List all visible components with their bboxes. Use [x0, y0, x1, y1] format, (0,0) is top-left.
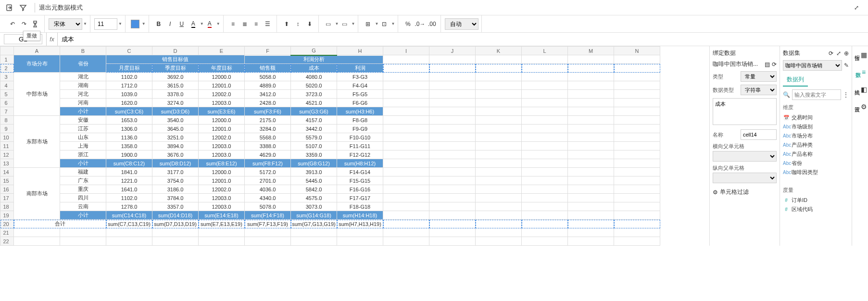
- data-cell[interactable]: 4080.0: [291, 73, 337, 81]
- hparent-select[interactable]: [713, 151, 777, 162]
- data-cell[interactable]: 3251.0: [152, 133, 199, 142]
- col-header[interactable]: C: [106, 47, 152, 55]
- dimension-field[interactable]: Abc产品种类: [783, 140, 849, 150]
- data-cell[interactable]: 3274.0: [152, 99, 199, 107]
- name-input[interactable]: [741, 129, 777, 140]
- side-tab-settings[interactable]: ⚙设置: [853, 101, 868, 113]
- undo-button[interactable]: ↶: [7, 18, 18, 30]
- dimension-field[interactable]: Abc省份: [783, 159, 849, 168]
- row-header[interactable]: 15: [0, 176, 14, 185]
- formula-input[interactable]: [58, 33, 868, 46]
- auto-select[interactable]: 自动: [445, 18, 478, 30]
- data-cell[interactable]: 5568.0: [245, 133, 291, 142]
- data-cell[interactable]: F17-G17: [337, 194, 383, 202]
- data-cell[interactable]: sum(G3:G6): [291, 107, 337, 116]
- data-cell[interactable]: sum(D7,D13,D19): [152, 220, 199, 228]
- data-cell[interactable]: sum(C7,C13,C19): [106, 220, 152, 228]
- data-cell[interactable]: 3645.0: [152, 125, 199, 133]
- underline-button[interactable]: U: [176, 18, 188, 30]
- data-cell[interactable]: 4157.0: [291, 116, 337, 125]
- align-justify-icon[interactable]: ☰: [262, 18, 274, 30]
- data-cell[interactable]: 4036.0: [245, 185, 291, 194]
- measure-field[interactable]: #区域代码: [783, 205, 849, 214]
- side-tab-data[interactable]: ≡数据: [854, 66, 867, 79]
- row-header[interactable]: 4: [0, 81, 14, 90]
- collapse-icon[interactable]: ⤢: [851, 2, 862, 13]
- province-cell[interactable]: 广东: [60, 176, 106, 185]
- data-cell[interactable]: sum(G8:G12): [291, 159, 337, 168]
- datatype-select[interactable]: 字符串: [741, 85, 777, 95]
- province-cell[interactable]: 湖北: [60, 73, 106, 81]
- percent-icon[interactable]: %: [402, 18, 414, 30]
- bold-button[interactable]: B: [153, 18, 164, 30]
- constant-value-textarea[interactable]: 成本: [713, 98, 777, 125]
- data-cell[interactable]: F4-G4: [337, 81, 383, 90]
- data-cell[interactable]: F12-G12: [337, 150, 383, 159]
- data-cell[interactable]: 1620.0: [106, 99, 152, 107]
- row-header[interactable]: 13: [0, 159, 14, 168]
- data-cell[interactable]: sum(F14:F18): [245, 211, 291, 220]
- cell-filter-label[interactable]: 单元格过滤: [720, 188, 749, 196]
- data-cell[interactable]: F18-G18: [337, 202, 383, 211]
- total-label[interactable]: 合计: [14, 220, 106, 228]
- data-cell[interactable]: sum(F8:F12): [245, 159, 291, 168]
- data-cell[interactable]: 12003.0: [199, 99, 245, 107]
- layers-icon[interactable]: ▤: [765, 61, 770, 68]
- filter-icon[interactable]: [17, 2, 29, 13]
- data-cell[interactable]: 1278.0: [106, 202, 152, 211]
- data-cell[interactable]: 3359.0: [291, 150, 337, 159]
- col-header[interactable]: E: [199, 47, 245, 55]
- row-header[interactable]: 11: [0, 142, 14, 150]
- dimension-field[interactable]: Abc市场分布: [783, 131, 849, 140]
- data-cell[interactable]: 1653.0: [106, 116, 152, 125]
- data-cell[interactable]: 5058.0: [245, 73, 291, 81]
- align-left-icon[interactable]: ≡: [227, 18, 239, 30]
- data-cell[interactable]: 12002.0: [199, 133, 245, 142]
- align-right-icon[interactable]: ≡: [251, 18, 262, 30]
- row-header[interactable]: 1: [0, 55, 14, 64]
- data-cell[interactable]: 2175.0: [245, 116, 291, 125]
- data-cell[interactable]: 3442.0: [291, 125, 337, 133]
- row-header[interactable]: 18: [0, 202, 14, 211]
- province-cell[interactable]: 江苏: [60, 125, 106, 133]
- col-header[interactable]: F: [245, 47, 291, 55]
- data-cell[interactable]: 5445.0: [291, 176, 337, 185]
- col-header[interactable]: D: [152, 47, 199, 55]
- font-color2-button[interactable]: A: [204, 18, 215, 30]
- data-cell[interactable]: sum(E8:E12): [199, 159, 245, 168]
- data-cell[interactable]: 1039.0: [106, 90, 152, 99]
- font-select[interactable]: 宋体: [49, 18, 82, 30]
- col-header[interactable]: N: [614, 47, 660, 55]
- data-cell[interactable]: F5-G5: [337, 90, 383, 99]
- data-cell[interactable]: 3357.0: [152, 202, 199, 211]
- data-cell[interactable]: 12002.0: [199, 90, 245, 99]
- spreadsheet-grid[interactable]: ABCDEFGHIJKLMN1 市场分布 省份 销售目标值 利润分析2 月度目标…: [0, 46, 709, 246]
- side-tab-report[interactable]: ▦报告: [853, 49, 868, 62]
- data-cell[interactable]: sum(C8:C12): [106, 159, 152, 168]
- data-cell[interactable]: 3615.0: [152, 81, 199, 90]
- gear-icon[interactable]: ⚙: [713, 189, 718, 196]
- data-cell[interactable]: 12000.0: [199, 116, 245, 125]
- italic-button[interactable]: I: [164, 18, 176, 30]
- data-cell[interactable]: 5842.0: [291, 185, 337, 194]
- dimension-field[interactable]: 📅交易时间: [783, 113, 849, 122]
- data-cell[interactable]: 2701.0: [245, 176, 291, 185]
- more-icon[interactable]: ⋮: [843, 91, 849, 98]
- decrease-decimal-icon[interactable]: .00: [426, 18, 438, 30]
- unmerge-button[interactable]: ▭: [339, 18, 351, 30]
- data-cell[interactable]: sum(D14:D18): [152, 211, 199, 220]
- dimension-field[interactable]: Abc市场级别: [783, 122, 849, 131]
- data-cell[interactable]: 1306.0: [106, 125, 152, 133]
- data-cell[interactable]: sum(H8:H12): [337, 159, 383, 168]
- market-cell[interactable]: 中部市场: [14, 73, 60, 116]
- data-cell[interactable]: sum(G14:G18): [291, 211, 337, 220]
- col-header[interactable]: G: [291, 47, 337, 55]
- data-cell[interactable]: F16-G16: [337, 185, 383, 194]
- export-icon[interactable]: [4, 2, 15, 13]
- col-header[interactable]: K: [476, 47, 522, 55]
- data-cell[interactable]: F3-G3: [337, 73, 383, 81]
- data-cell[interactable]: 3754.0: [152, 176, 199, 185]
- row-header[interactable]: 21: [0, 228, 14, 237]
- province-cell[interactable]: 浙江: [60, 150, 106, 159]
- data-cell[interactable]: 4629.0: [245, 150, 291, 159]
